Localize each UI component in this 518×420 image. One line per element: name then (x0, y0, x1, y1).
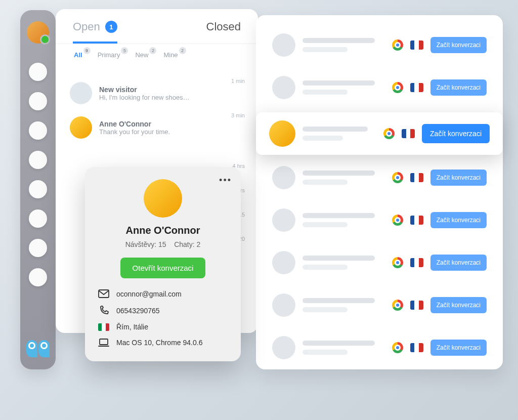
visitor-text-placeholder (303, 213, 385, 227)
contact-location-row: Řím, Itálie (98, 323, 228, 331)
conversation-preview: Hi, I'm looking for new shoes… (99, 94, 244, 101)
conversation-time: 3 min (231, 112, 245, 118)
subtab-all[interactable]: All 9 (71, 49, 85, 64)
conversation-item[interactable]: Anne O'Connor Thank you for your time. 3… (56, 110, 258, 145)
flag-icon (410, 83, 423, 92)
nav-item-6[interactable] (29, 209, 47, 228)
visitor-text-placeholder (303, 38, 385, 52)
flag-icon (402, 129, 415, 138)
contact-phone: 06543290765 (116, 307, 160, 315)
chrome-icon (392, 300, 403, 311)
operator-avatar[interactable] (27, 21, 49, 44)
start-conversation-button[interactable]: Začít konverzaci (430, 255, 487, 271)
visitor-text-placeholder (303, 80, 385, 95)
svg-rect-1 (100, 339, 108, 345)
contact-device-row: Mac OS 10, Chrome 94.0.6 (98, 338, 228, 347)
visitor-avatar (272, 33, 295, 57)
mail-icon (98, 289, 109, 299)
visitor-row[interactable]: Začít konverzaci (266, 245, 493, 280)
brand-logo (26, 340, 50, 357)
visitor-row[interactable]: Začít konverzaci (266, 27, 493, 63)
visitor-avatar (70, 116, 92, 139)
visitor-avatar (272, 76, 295, 99)
subtab-primary[interactable]: Primary 5 (95, 49, 123, 64)
visitor-avatar (272, 166, 295, 189)
subtab-mine-badge: 2 (179, 47, 186, 54)
main-sidebar (20, 10, 56, 369)
subtab-new[interactable]: New 2 (132, 49, 151, 64)
conversation-name: Anne O'Connor (99, 120, 244, 128)
subtab-new-badge: 2 (149, 47, 156, 54)
tab-open[interactable]: Open 1 (73, 20, 117, 44)
start-conversation-button[interactable]: Začít konverzaci (422, 124, 490, 143)
filter-tabs: All 9 Primary 5 New 2 Mine 2 (56, 44, 258, 66)
start-conversation-button[interactable]: Začít konverzaci (430, 79, 487, 96)
tab-closed-label: Closed (206, 20, 241, 33)
subtab-primary-badge: 5 (121, 47, 128, 54)
nav-item-1[interactable] (29, 63, 47, 81)
visitor-avatar (272, 293, 295, 317)
contact-device: Mac OS 10, Chrome 94.0.6 (116, 339, 202, 347)
contact-email-row: oconnor@gmail.com (98, 289, 228, 299)
flag-icon (410, 343, 423, 352)
visitor-text-placeholder (303, 171, 385, 185)
flag-icon (410, 216, 423, 225)
phone-icon (98, 306, 109, 316)
conversation-name: New visitor (99, 86, 244, 94)
subtab-mine[interactable]: Mine 2 (160, 49, 181, 64)
nav-item-7[interactable] (29, 239, 47, 257)
open-conversation-button[interactable]: Otevřít konverzaci (120, 258, 206, 278)
visitor-text-placeholder (303, 256, 385, 270)
chrome-icon (392, 215, 403, 226)
visitor-avatar (70, 82, 92, 104)
visitors-panel: Začít konverzaci Začít konverzaci Začít … (256, 15, 503, 369)
chrome-icon (392, 39, 403, 51)
more-icon[interactable]: ••• (219, 175, 232, 186)
conversation-preview: Thank you for your time. (99, 128, 244, 136)
italy-flag-icon (98, 323, 109, 331)
contact-email: oconnor@gmail.com (116, 290, 182, 298)
main-tabs: Open 1 Closed (56, 9, 258, 44)
flag-icon (410, 40, 423, 50)
conversation-time: 1 min (231, 78, 245, 84)
nav-item-5[interactable] (29, 180, 47, 198)
start-conversation-button[interactable]: Začít konverzaci (430, 212, 487, 228)
contact-name: Anne O'Connor (98, 225, 228, 236)
visitor-text-placeholder (303, 127, 376, 141)
chrome-icon (392, 342, 403, 353)
start-conversation-button[interactable]: Začít konverzaci (430, 170, 487, 186)
contact-avatar (144, 179, 182, 218)
subtab-all-badge: 9 (83, 47, 91, 54)
chrome-icon (392, 82, 403, 93)
laptop-icon (98, 338, 109, 347)
nav-item-4[interactable] (29, 151, 47, 169)
visitor-row-highlighted[interactable]: Začít konverzaci (256, 112, 503, 155)
contact-card: ••• Anne O'Connor Návštěvy: 15 Chaty: 2 … (85, 167, 241, 361)
contact-phone-row: 06543290765 (98, 306, 228, 316)
tab-open-label: Open (73, 20, 100, 33)
conversation-item[interactable]: New visitor Hi, I'm looking for new shoe… (56, 76, 258, 110)
visitor-row[interactable]: Začít konverzaci (266, 160, 493, 195)
start-conversation-button[interactable]: Začít konverzaci (430, 340, 487, 356)
chrome-icon (392, 172, 403, 183)
tab-open-badge: 1 (105, 21, 117, 33)
contact-location: Řím, Itálie (116, 323, 148, 331)
tab-closed[interactable]: Closed (206, 20, 241, 44)
contact-stats: Návštěvy: 15 Chaty: 2 (98, 240, 228, 248)
svg-rect-0 (99, 290, 109, 298)
visitor-row[interactable]: Začít konverzaci (266, 70, 493, 105)
visitor-row[interactable]: Začít konverzaci (266, 202, 493, 238)
flag-icon (410, 258, 423, 267)
visitor-avatar (269, 120, 295, 147)
start-conversation-button[interactable]: Začít konverzaci (430, 297, 487, 313)
nav-item-3[interactable] (29, 121, 47, 140)
flag-icon (410, 301, 423, 310)
start-conversation-button[interactable]: Začít konverzaci (430, 37, 487, 53)
nav-item-8[interactable] (29, 268, 47, 286)
visitor-avatar (272, 208, 295, 232)
visitor-row[interactable]: Začít konverzaci (266, 330, 493, 365)
visitor-row[interactable]: Začít konverzaci (266, 287, 493, 323)
visitor-text-placeholder (303, 298, 385, 312)
nav-item-2[interactable] (29, 92, 47, 110)
visitor-avatar (272, 251, 295, 274)
